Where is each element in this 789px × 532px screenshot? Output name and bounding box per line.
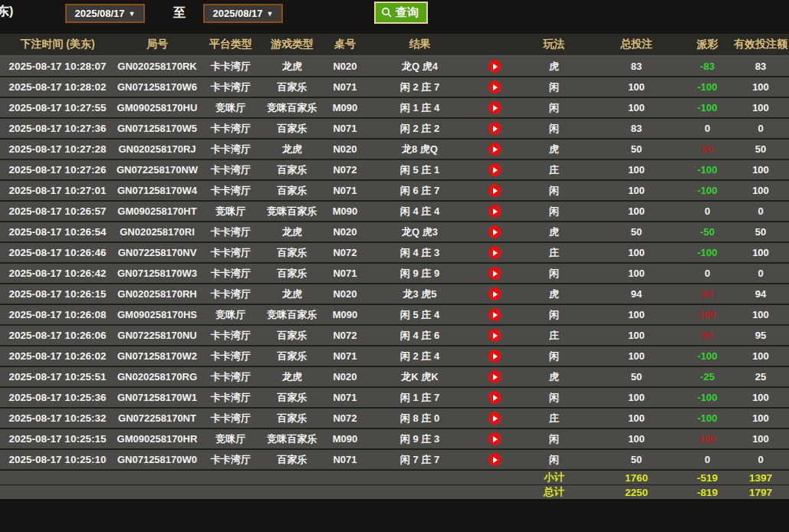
result-cell: 闲 5 庄 4	[368, 304, 472, 325]
platform-cell: 卡卡湾厅	[199, 449, 262, 470]
payout-cell: -25	[682, 366, 732, 387]
round-id-cell: GN020258170RK	[115, 56, 199, 77]
bet-type-cell: 虎	[518, 366, 590, 387]
play-video-icon[interactable]	[488, 163, 501, 176]
round-id-cell: GM090258170HT	[115, 201, 199, 222]
play-video-icon[interactable]	[488, 412, 501, 425]
play-video-icon[interactable]	[488, 205, 501, 218]
play-video-icon[interactable]	[488, 267, 501, 280]
round-id-cell: GN072258170NV	[115, 242, 199, 263]
bet-time-cell: 2025-08-17 10:28:07	[0, 56, 115, 77]
bet-time-cell: 2025-08-17 10:28:02	[0, 77, 115, 97]
table-body: 2025-08-17 10:28:07 GN020258170RK 卡卡湾厅 龙…	[0, 56, 789, 470]
header-video	[472, 34, 518, 56]
payout-cell: -100	[682, 180, 732, 201]
payout-cell: 100	[682, 429, 732, 449]
table-no-cell: N072	[322, 242, 368, 263]
subtotal-valid-bet: 1397	[732, 470, 789, 485]
round-id-cell: GN071258170W2	[115, 346, 199, 366]
query-button[interactable]: 查询	[374, 2, 428, 24]
round-id-cell: GN072258170NW	[115, 159, 199, 180]
game-type-cell: 龙虎	[262, 366, 322, 387]
play-video-icon[interactable]	[488, 60, 501, 73]
header-platform: 平台类型	[199, 34, 262, 56]
header-round-id: 局号	[115, 34, 199, 56]
result-cell: 闲 9 庄 9	[368, 263, 472, 284]
result-cell: 闲 6 庄 7	[368, 180, 472, 201]
table-row: 2025-08-17 10:27:28 GN020258170RJ 卡卡湾厅 龙…	[0, 139, 789, 159]
payout-cell: 50	[682, 139, 732, 159]
table-no-cell: N020	[322, 139, 368, 159]
bet-type-cell: 闲	[518, 263, 590, 284]
payout-cell: -100	[682, 387, 732, 408]
table-no-cell: N071	[322, 449, 368, 470]
chevron-down-icon: ▼	[267, 10, 274, 18]
header-table-no: 桌号	[322, 34, 368, 56]
header-game-type: 游戏类型	[262, 34, 322, 56]
game-type-cell: 百家乐	[262, 325, 322, 346]
play-video-icon[interactable]	[488, 308, 501, 321]
header-bet-time: 下注时间 (美东)	[0, 34, 115, 56]
payout-cell: -100	[682, 97, 732, 118]
valid-bet-cell: 100	[732, 242, 789, 263]
result-cell: 龙8 虎Q	[368, 139, 472, 159]
play-video-icon[interactable]	[488, 184, 501, 197]
video-cell	[472, 449, 518, 470]
bet-total-cell: 100	[590, 180, 682, 201]
table-no-cell: N071	[322, 77, 368, 97]
date-range-to-label: 至	[173, 5, 186, 21]
bet-total-cell: 50	[590, 449, 682, 470]
table-header-row: 下注时间 (美东) 局号 平台类型 游戏类型 桌号 结果 玩法 总投注 派彩 有…	[0, 34, 789, 56]
valid-bet-cell: 100	[732, 387, 789, 408]
play-video-icon[interactable]	[488, 391, 501, 404]
play-video-icon[interactable]	[488, 350, 501, 363]
table-no-cell: N020	[322, 366, 368, 387]
payout-cell: 95	[682, 325, 732, 346]
total-row: 总计 2250 -819 1797	[0, 485, 789, 500]
play-video-icon[interactable]	[488, 101, 501, 114]
round-id-cell: GM090258170HR	[115, 429, 199, 449]
payout-cell: -100	[682, 242, 732, 263]
play-video-icon[interactable]	[488, 80, 501, 94]
bet-total-cell: 50	[590, 366, 682, 387]
search-icon	[381, 7, 393, 18]
video-cell	[472, 180, 518, 201]
subtotal-bet-total: 1760	[590, 470, 682, 485]
play-video-icon[interactable]	[488, 246, 501, 259]
bet-type-cell: 庄	[518, 325, 590, 346]
play-video-icon[interactable]	[488, 432, 501, 445]
bet-type-cell: 虎	[518, 56, 590, 77]
play-video-icon[interactable]	[488, 329, 501, 342]
play-video-icon[interactable]	[488, 143, 501, 156]
result-cell: 闲 4 庄 6	[368, 325, 472, 346]
table-no-cell: N020	[322, 56, 368, 77]
bet-time-cell: 2025-08-17 10:26:46	[0, 242, 115, 263]
game-type-cell: 百家乐	[262, 408, 322, 429]
table-row: 2025-08-17 10:26:02 GN071258170W2 卡卡湾厅 百…	[0, 346, 789, 366]
date-from-select[interactable]: 2025/08/17 ▼	[65, 4, 145, 23]
platform-cell: 卡卡湾厅	[199, 222, 262, 242]
table-no-cell: N072	[322, 159, 368, 180]
play-video-icon[interactable]	[488, 287, 501, 300]
table-no-cell: N072	[322, 408, 368, 429]
play-video-icon[interactable]	[488, 453, 501, 466]
date-to-select[interactable]: 2025/08/17 ▼	[203, 4, 283, 23]
bet-time-cell: 2025-08-17 10:25:51	[0, 366, 115, 387]
round-id-cell: GM090258170HU	[115, 97, 199, 118]
valid-bet-cell: 0	[732, 201, 789, 222]
result-cell: 闲 1 庄 4	[368, 97, 472, 118]
bet-total-cell: 100	[590, 429, 682, 449]
round-id-cell: GN020258170RH	[115, 284, 199, 304]
table-row: 2025-08-17 10:27:26 GN072258170NW 卡卡湾厅 百…	[0, 159, 789, 180]
game-type-cell: 龙虎	[262, 284, 322, 304]
play-video-icon[interactable]	[488, 225, 501, 238]
result-cell: 龙Q 虎3	[368, 222, 472, 242]
header-result: 结果	[368, 34, 472, 56]
date-to-value: 2025/08/17	[213, 8, 263, 19]
valid-bet-cell: 100	[732, 304, 789, 325]
bet-type-cell: 虎	[518, 139, 590, 159]
play-video-icon[interactable]	[488, 370, 501, 383]
bet-time-cell: 2025-08-17 10:26:08	[0, 304, 115, 325]
game-type-cell: 竞咪百家乐	[262, 201, 322, 222]
play-video-icon[interactable]	[488, 122, 501, 135]
